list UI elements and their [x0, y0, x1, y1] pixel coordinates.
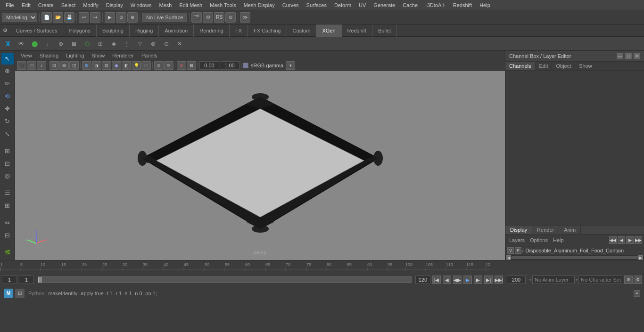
- tab-fx-caching[interactable]: FX Caching: [248, 24, 287, 37]
- menu-curves[interactable]: Curves: [279, 1, 303, 9]
- scroll-right-btn[interactable]: ▶: [638, 255, 643, 260]
- graph-btn[interactable]: ⊞: [1, 200, 14, 211]
- menu-modify[interactable]: Modify: [79, 1, 102, 9]
- prev-keyframe-btn[interactable]: |◀: [432, 275, 441, 284]
- total-end-input[interactable]: [507, 275, 526, 284]
- vp-shaded-btn[interactable]: ◑: [92, 61, 101, 70]
- next-keyframe-btn[interactable]: ▶|: [484, 275, 493, 284]
- undo-btn[interactable]: ↩: [79, 12, 89, 23]
- menu-generate[interactable]: Generate: [370, 1, 399, 9]
- channel-tab-channels[interactable]: Channels: [505, 62, 535, 70]
- vp-film-btn[interactable]: ◻: [27, 61, 36, 70]
- layer-playback[interactable]: P: [515, 247, 521, 254]
- select-mode-btn[interactable]: ↖: [1, 53, 14, 65]
- menu-edit-mesh[interactable]: Edit Mesh: [175, 1, 206, 9]
- layer-row[interactable]: V P / Disposable_Aluminum_Foil_Food_Cont…: [505, 246, 644, 255]
- vp-renderer-menu[interactable]: Renderer: [108, 52, 138, 59]
- shelf-btn8[interactable]: ◈: [107, 38, 120, 50]
- menu-3dtall[interactable]: -3DtoAll-: [421, 1, 449, 9]
- rotate-btn[interactable]: ↻: [1, 115, 14, 127]
- layer-tab-render[interactable]: Render: [532, 226, 559, 234]
- menu-redshift[interactable]: Redshift: [449, 1, 476, 9]
- timeline-ruler[interactable]: 1 5 10 15 20 25 30 35 40 45 50: [0, 260, 644, 272]
- coord-y-input[interactable]: [220, 61, 239, 70]
- paint-sel-btn[interactable]: ⊗: [127, 12, 138, 23]
- lasso-tool-btn[interactable]: ⊙: [116, 12, 126, 23]
- shelf-btn3[interactable]: ↓: [41, 38, 54, 50]
- help-sublabel[interactable]: Help: [551, 236, 566, 244]
- vp-view-menu[interactable]: View: [17, 52, 36, 59]
- shelf-btn10[interactable]: ▽: [134, 38, 146, 50]
- menu-deform[interactable]: Deform: [330, 1, 355, 9]
- sculpt-btn[interactable]: ⟲: [1, 90, 14, 102]
- shelf-btn1[interactable]: 👁: [15, 38, 27, 50]
- viewport-canvas[interactable]: persp X Y Z: [15, 71, 505, 260]
- layer-prev-btn[interactable]: ◀: [618, 236, 625, 244]
- vp-lighting-menu[interactable]: Lighting: [62, 52, 88, 59]
- tab-rendering[interactable]: Rendering: [194, 24, 230, 37]
- end-frame-input[interactable]: [415, 275, 430, 284]
- shelf-btn5[interactable]: ⊠: [68, 38, 80, 50]
- layers-sublabel[interactable]: Layers: [507, 236, 527, 244]
- shelf-btn2[interactable]: ⬤: [28, 38, 41, 50]
- tab-custom[interactable]: Custom: [287, 24, 317, 37]
- settings-tab-icon[interactable]: ⚙: [0, 27, 10, 33]
- vp-x[interactable]: X: [177, 61, 186, 70]
- vp-snap1[interactable]: ⊡: [50, 61, 59, 70]
- tab-polygons[interactable]: Polygons: [63, 24, 96, 37]
- layer-tab-anim[interactable]: Anim: [559, 226, 581, 234]
- menu-mesh[interactable]: Mesh: [155, 1, 175, 9]
- save-scene-btn[interactable]: 💾: [64, 12, 74, 23]
- vp-snap-x[interactable]: ⊠: [187, 61, 196, 70]
- menu-surfaces[interactable]: Surfaces: [303, 1, 330, 9]
- menu-create[interactable]: Create: [34, 1, 58, 9]
- scroll-left-btn[interactable]: ◀: [506, 255, 511, 260]
- vp-snap2[interactable]: ⊞: [59, 61, 69, 70]
- current-frame-input[interactable]: [19, 275, 34, 284]
- vp-show-menu[interactable]: Show: [88, 52, 109, 59]
- menu-mesh-display[interactable]: Mesh Display: [240, 1, 279, 9]
- more-btn[interactable]: ≫: [240, 12, 250, 23]
- tab-bullet[interactable]: Bullet: [372, 24, 397, 37]
- layer-next-btn[interactable]: ▶: [626, 236, 634, 244]
- transform-btn[interactable]: ⊕: [1, 65, 14, 77]
- symmetry-btn[interactable]: ⇔: [1, 217, 14, 228]
- scroll-track[interactable]: [511, 256, 638, 259]
- layer-tab-display[interactable]: Display: [505, 226, 532, 234]
- tab-sculpting[interactable]: Sculpting: [97, 24, 130, 37]
- snap-btn[interactable]: ⊡: [1, 158, 14, 170]
- tab-redshift[interactable]: Redshift: [342, 24, 372, 37]
- menu-windows[interactable]: Windows: [127, 1, 156, 9]
- cb-close-btn[interactable]: ✕: [634, 53, 640, 59]
- layer-new-btn[interactable]: ◀◀: [609, 236, 617, 244]
- progress-bar[interactable]: [38, 276, 412, 283]
- render-settings-btn[interactable]: ⚙: [203, 12, 213, 23]
- render-btn[interactable]: 🎬: [191, 12, 202, 23]
- tab-rigging[interactable]: Rigging: [130, 24, 159, 37]
- menu-cache[interactable]: Cache: [399, 1, 421, 9]
- vp-smooth-btn[interactable]: ◉: [112, 61, 121, 70]
- color-space-dropdown[interactable]: ▾: [286, 61, 295, 70]
- shelf-btn11[interactable]: ⊛: [147, 38, 159, 50]
- vp-audio-btn[interactable]: ♪: [37, 61, 46, 70]
- ipr-btn[interactable]: ⊙: [225, 12, 236, 23]
- paint-btn[interactable]: ✏: [1, 78, 14, 89]
- shelf-btn7[interactable]: ⊞: [94, 38, 107, 50]
- redo-btn[interactable]: ↪: [90, 12, 100, 23]
- char-set-btn2[interactable]: ⚙: [634, 275, 642, 284]
- layer-visibility[interactable]: V: [507, 247, 514, 254]
- vp-camera-btn[interactable]: 🎥: [17, 61, 26, 70]
- vp-wire-btn[interactable]: ⊡: [102, 61, 111, 70]
- next-frame-btn[interactable]: ▶: [474, 275, 482, 284]
- menu-select[interactable]: Select: [58, 1, 80, 9]
- tab-curves-surfaces[interactable]: Curves / Surfaces: [10, 24, 63, 37]
- shelf-btn4[interactable]: ⊕: [55, 38, 67, 50]
- char-set-btn1[interactable]: ⚙: [624, 275, 633, 284]
- vp-iso-btn[interactable]: ⊙: [154, 61, 164, 70]
- channel-tab-show[interactable]: Show: [575, 62, 596, 70]
- soft-sel-btn[interactable]: ◎: [1, 170, 14, 182]
- move-btn[interactable]: ✥: [1, 103, 14, 115]
- shelf-xgen-icon[interactable]: X: [2, 38, 14, 50]
- menu-help[interactable]: Help: [476, 1, 494, 9]
- vp-light-btn[interactable]: 💡: [132, 61, 141, 70]
